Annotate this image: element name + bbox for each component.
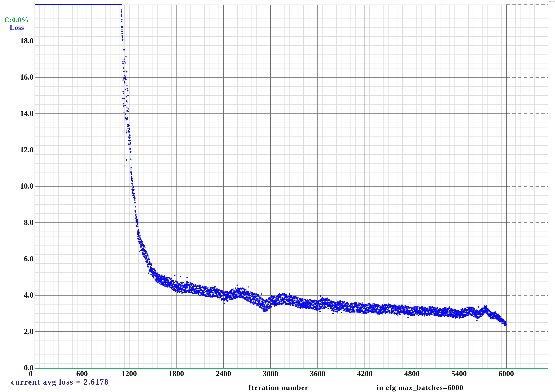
y-tick-label: 16.0 bbox=[1, 73, 34, 81]
y-tick-label: 8.0 bbox=[1, 218, 34, 227]
y-tick-label: 14.0 bbox=[1, 109, 34, 118]
y-tick-label: 10.0 bbox=[1, 181, 34, 190]
training-loss-chart-page: C:0.0% Loss 18.016.014.012.010.08.06.04.… bbox=[0, 0, 555, 392]
x-tick-label: 4800 bbox=[404, 369, 420, 378]
y-tick-label: 4.0 bbox=[1, 290, 34, 299]
x-tick-label: 600 bbox=[76, 369, 88, 378]
y-tick-label: 6.0 bbox=[1, 254, 34, 263]
max-batches-config-note: in cfg max_batches=6000 bbox=[377, 383, 464, 392]
x-tick-label: 1200 bbox=[121, 369, 137, 378]
x-tick-label: 5400 bbox=[451, 369, 467, 378]
progress-percent-label: C:0.0% bbox=[4, 16, 29, 24]
x-tick-label: 4200 bbox=[357, 369, 372, 378]
x-tick-label: 6000 bbox=[498, 369, 514, 378]
x-tick-label: 1800 bbox=[168, 369, 184, 378]
loss-scatter-plot-canvas bbox=[0, 0, 555, 392]
y-tick-label: 18.0 bbox=[1, 36, 34, 45]
iteration-number-axis-label: Iteration number bbox=[248, 383, 308, 392]
x-tick-label: 3000 bbox=[263, 369, 278, 378]
loss-axis-title: Loss bbox=[10, 23, 24, 31]
x-tick-label: 2400 bbox=[216, 369, 231, 378]
current-avg-loss-status: current avg loss = 2.6178 bbox=[11, 377, 109, 386]
x-tick-label: 3600 bbox=[310, 369, 325, 378]
y-tick-label: 12.0 bbox=[1, 145, 34, 154]
y-tick-label: 2.0 bbox=[1, 327, 34, 336]
x-tick-label: 0 bbox=[29, 369, 33, 378]
